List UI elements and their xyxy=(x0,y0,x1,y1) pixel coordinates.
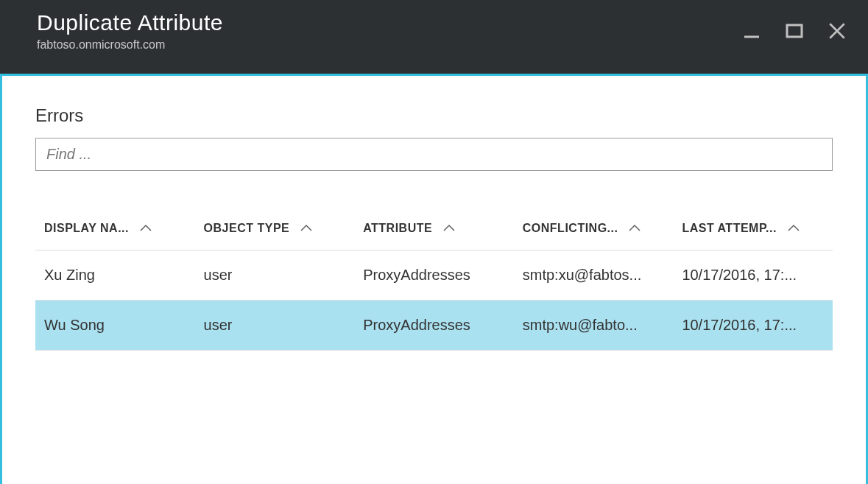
column-header-object-type[interactable]: OBJECT TYPE xyxy=(195,211,355,250)
table-body: Xu Zing user ProxyAddresses smtp:xu@fabt… xyxy=(35,250,833,351)
close-button[interactable] xyxy=(827,21,847,41)
cell-attribute: ProxyAddresses xyxy=(354,301,514,351)
window: Duplicate Attribute fabtoso.onmicrosoft.… xyxy=(0,0,868,484)
page-subtitle: fabtoso.onmicrosoft.com xyxy=(37,38,831,52)
section-title: Errors xyxy=(35,105,833,126)
cell-object-type: user xyxy=(195,250,355,301)
sort-icon xyxy=(139,224,152,233)
table-row[interactable]: Xu Zing user ProxyAddresses smtp:xu@fabt… xyxy=(35,250,833,301)
sort-icon xyxy=(300,224,313,233)
cell-attribute: ProxyAddresses xyxy=(354,250,514,301)
column-label: CONFLICTING... xyxy=(523,222,618,235)
cell-last-attempt: 10/17/2016, 17:... xyxy=(673,301,833,351)
close-icon xyxy=(828,21,847,41)
column-header-display-name[interactable]: DISPLAY NA... xyxy=(35,211,195,250)
cell-display-name: Xu Zing xyxy=(35,250,195,301)
window-controls xyxy=(741,21,847,41)
maximize-icon xyxy=(786,22,803,40)
column-label: OBJECT TYPE xyxy=(204,222,290,235)
sort-icon xyxy=(628,224,641,233)
content: Errors DISPLAY NA... OBJECT TYPE xyxy=(0,74,868,484)
cell-display-name: Wu Song xyxy=(35,301,195,351)
column-label: ATTRIBUTE xyxy=(363,222,432,235)
minimize-button[interactable] xyxy=(741,21,762,41)
column-header-conflicting[interactable]: CONFLICTING... xyxy=(514,211,674,250)
column-label: DISPLAY NA... xyxy=(44,222,129,235)
column-header-attribute[interactable]: ATTRIBUTE xyxy=(354,211,514,250)
cell-conflicting: smtp:xu@fabtos... xyxy=(514,250,674,301)
cell-object-type: user xyxy=(195,301,355,351)
table-row[interactable]: Wu Song user ProxyAddresses smtp:wu@fabt… xyxy=(35,301,833,351)
svg-rect-1 xyxy=(787,25,802,37)
page-title: Duplicate Attribute xyxy=(37,10,831,35)
errors-table: DISPLAY NA... OBJECT TYPE ATTRIBUTE xyxy=(35,211,833,351)
minimize-icon xyxy=(743,22,761,40)
header: Duplicate Attribute fabtoso.onmicrosoft.… xyxy=(0,0,868,74)
table-header-row: DISPLAY NA... OBJECT TYPE ATTRIBUTE xyxy=(35,211,833,250)
cell-last-attempt: 10/17/2016, 17:... xyxy=(673,250,833,301)
sort-icon xyxy=(442,224,456,233)
maximize-button[interactable] xyxy=(784,21,805,41)
column-header-last-attempt[interactable]: LAST ATTEMP... xyxy=(673,211,833,250)
search-input[interactable] xyxy=(35,138,833,171)
column-label: LAST ATTEMP... xyxy=(682,222,776,235)
sort-icon xyxy=(787,224,800,233)
cell-conflicting: smtp:wu@fabto... xyxy=(514,301,674,351)
